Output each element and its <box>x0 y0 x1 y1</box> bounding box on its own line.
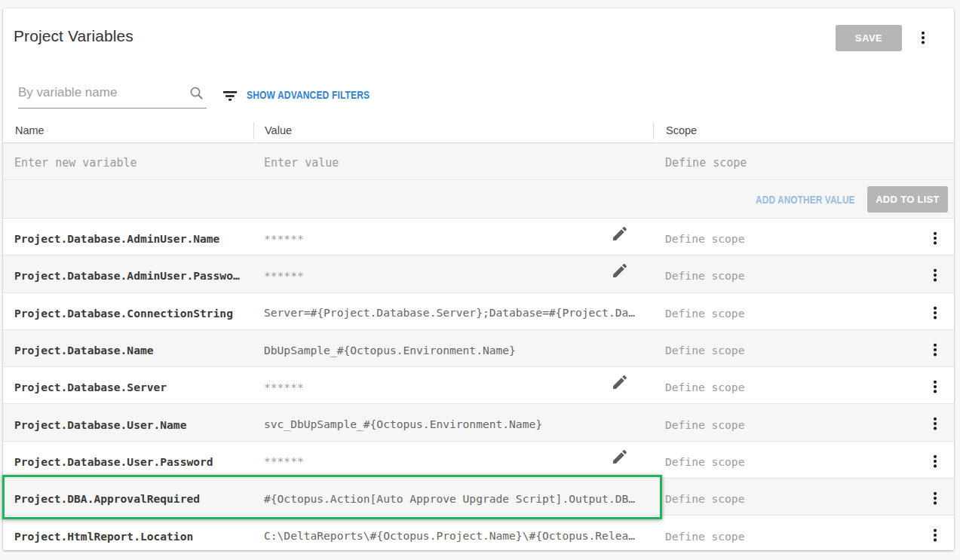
row-menu-button[interactable] <box>926 526 944 544</box>
variable-name: Project.Database.User.Name <box>3 418 253 431</box>
variable-row[interactable]: Project.HtmlReport.Location C:\DeltaRepo… <box>3 516 954 550</box>
edit-pencil-icon[interactable] <box>611 225 629 243</box>
new-variable-scope-input[interactable]: Define scope <box>653 156 954 170</box>
new-variable-value-input[interactable]: Enter value <box>253 156 653 170</box>
variable-scope[interactable]: Define scope <box>653 530 954 543</box>
variable-rows: Project.Database.AdminUser.Name ****** D… <box>3 219 954 550</box>
variables-table: Name Value Scope Enter new variable Ente… <box>3 121 954 550</box>
column-header-scope: Scope <box>653 122 954 139</box>
variable-value: DbUpSample_#{Octopus.Environment.Name} <box>264 344 516 357</box>
table-header-row: Name Value Scope <box>3 121 954 143</box>
card-header: Project Variables SAVE <box>3 8 954 69</box>
variable-scope[interactable]: Define scope <box>653 381 954 393</box>
add-to-list-button[interactable]: ADD TO LIST <box>867 186 948 213</box>
variable-row[interactable]: Project.Database.User.Password ****** De… <box>3 442 954 479</box>
variable-row[interactable]: Project.Database.ConnectionString Server… <box>3 293 954 330</box>
variable-scope[interactable]: Define scope <box>653 492 954 505</box>
more-vert-icon <box>926 229 944 247</box>
row-menu-button[interactable] <box>926 489 944 507</box>
variable-value: C:\DeltaReports\#{Octopus.Project.Name}\… <box>264 529 635 542</box>
variable-value: #{Octopus.Action[Auto Approve Upgrade Sc… <box>264 492 635 505</box>
variable-value: ****** <box>264 381 304 393</box>
edit-pencil-icon[interactable] <box>611 448 629 466</box>
variable-value: ****** <box>264 454 304 467</box>
more-vert-icon <box>926 378 944 396</box>
variable-scope[interactable]: Define scope <box>653 418 954 431</box>
new-variable-row: Enter new variable Enter value Define sc… <box>3 143 954 180</box>
variable-row[interactable]: Project.DBA.ApprovalRequired #{Octopus.A… <box>3 479 954 516</box>
variable-value: svc_DbUpSample_#{Octopus.Environment.Nam… <box>264 418 542 430</box>
column-header-value: Value <box>253 122 653 139</box>
variable-row[interactable]: Project.Database.Server ****** Define sc… <box>3 367 954 404</box>
variable-name: Project.Database.AdminUser.Name <box>3 232 253 245</box>
project-variables-card: Project Variables SAVE SHOW ADVANCED FIL… <box>3 8 954 550</box>
page-title: Project Variables <box>14 27 133 45</box>
variable-row[interactable]: Project.Database.AdminUser.Name ****** D… <box>3 219 954 256</box>
filter-list-icon[interactable] <box>223 91 237 101</box>
more-vert-icon <box>926 526 944 544</box>
more-vert-icon <box>926 452 944 470</box>
row-menu-button[interactable] <box>926 415 944 433</box>
variable-scope[interactable]: Define scope <box>653 307 954 320</box>
filter-bar: SHOW ADVANCED FILTERS <box>3 69 954 121</box>
variable-scope[interactable]: Define scope <box>653 344 954 357</box>
variable-value: ****** <box>264 232 304 245</box>
variable-name: Project.DBA.ApprovalRequired <box>3 492 253 505</box>
entry-actions-row: ADD ANOTHER VALUE ADD TO LIST <box>3 180 954 219</box>
variable-scope[interactable]: Define scope <box>653 269 954 282</box>
variable-value: Server=#{Project.Database.Server};Databa… <box>264 306 635 319</box>
save-button[interactable]: SAVE <box>836 25 902 51</box>
more-vert-icon <box>914 29 932 47</box>
edit-pencil-icon[interactable] <box>611 373 629 391</box>
row-menu-button[interactable] <box>926 378 944 396</box>
row-menu-button[interactable] <box>926 266 944 284</box>
variable-name: Project.Database.Server <box>3 381 253 393</box>
variable-row[interactable]: Project.Database.AdminUser.Passwo… *****… <box>3 256 954 292</box>
more-vert-icon <box>926 489 944 507</box>
variable-scope[interactable]: Define scope <box>653 232 954 245</box>
row-menu-button[interactable] <box>926 229 944 247</box>
row-menu-button[interactable] <box>926 304 944 322</box>
more-vert-icon <box>926 266 944 284</box>
variable-name: Project.Database.Name <box>3 344 253 357</box>
variable-row[interactable]: Project.Database.Name DbUpSample_#{Octop… <box>3 330 954 367</box>
row-menu-button[interactable] <box>926 341 944 359</box>
column-header-name: Name <box>3 122 253 139</box>
variable-name: Project.Database.User.Password <box>3 455 253 468</box>
new-variable-name-input[interactable]: Enter new variable <box>3 156 253 170</box>
show-advanced-filters-link[interactable]: SHOW ADVANCED FILTERS <box>247 88 370 101</box>
add-another-value-button[interactable]: ADD ANOTHER VALUE <box>756 194 855 206</box>
more-vert-icon <box>926 304 944 322</box>
variable-scope[interactable]: Define scope <box>653 455 954 468</box>
more-vert-icon <box>926 415 944 433</box>
row-menu-button[interactable] <box>926 452 944 470</box>
more-vert-icon <box>926 341 944 359</box>
search-input[interactable] <box>18 82 186 106</box>
variable-name: Project.Database.ConnectionString <box>3 307 253 320</box>
variable-name: Project.HtmlReport.Location <box>3 530 253 543</box>
overflow-menu-button[interactable] <box>914 29 932 47</box>
variable-name: Project.Database.AdminUser.Passwo… <box>3 269 253 282</box>
edit-pencil-icon[interactable] <box>611 262 629 280</box>
variable-value: ****** <box>264 269 304 282</box>
search-icon <box>189 86 204 100</box>
search-field <box>18 82 207 109</box>
variable-row[interactable]: Project.Database.User.Name svc_DbUpSampl… <box>3 404 954 441</box>
